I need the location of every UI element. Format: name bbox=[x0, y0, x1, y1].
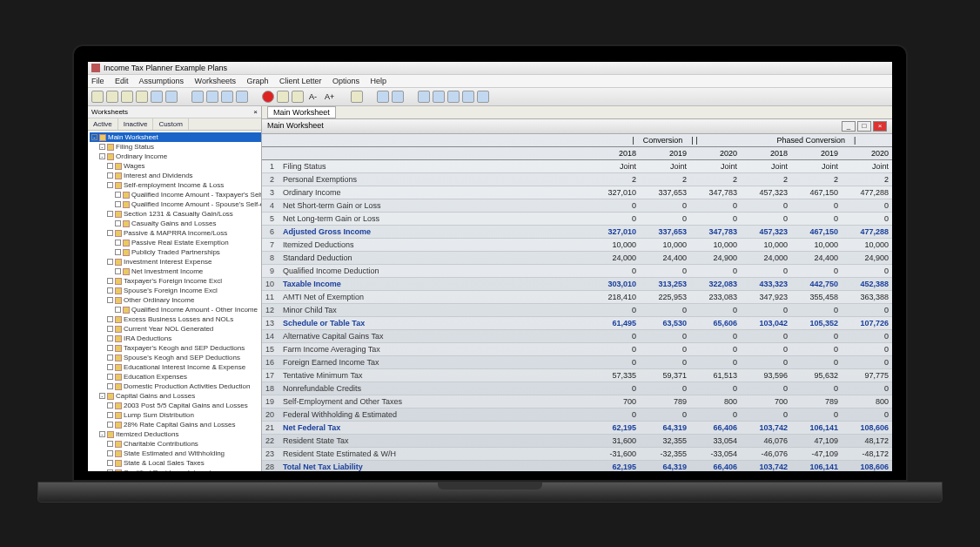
cell-value[interactable]: 0 bbox=[842, 343, 892, 356]
tree-node[interactable]: IRA Deductions bbox=[90, 334, 261, 343]
cell-value[interactable]: 0 bbox=[690, 199, 741, 213]
cell-value[interactable]: 0 bbox=[741, 330, 791, 343]
table-row[interactable]: 19Self-Employment and Other Taxes7007898… bbox=[262, 395, 892, 409]
cell-value[interactable]: 700 bbox=[589, 395, 640, 409]
cell-value[interactable]: 0 bbox=[791, 382, 842, 395]
cell-value[interactable]: 108,606 bbox=[842, 461, 892, 472]
tree-node[interactable]: Net Investment Income bbox=[90, 267, 261, 276]
tree-node[interactable]: Publicly Traded Partnerships bbox=[90, 247, 261, 257]
cell-value[interactable]: 347,783 bbox=[690, 226, 741, 239]
cell-value[interactable]: 63,530 bbox=[640, 317, 690, 330]
cell-value[interactable]: 0 bbox=[741, 199, 791, 213]
cell-value[interactable]: 327,010 bbox=[589, 226, 640, 239]
toolbar-nav-prev-icon[interactable] bbox=[206, 91, 218, 103]
menu-worksheets[interactable]: Worksheets bbox=[195, 77, 236, 85]
table-row[interactable]: 2Personal Exemptions222222 bbox=[262, 173, 892, 186]
cell-value[interactable]: 0 bbox=[589, 213, 640, 226]
cell-value[interactable]: 10,000 bbox=[842, 239, 892, 252]
tree-node[interactable]: Casualty Gains and Losses bbox=[90, 219, 261, 228]
tree-node[interactable]: -Capital Gains and Losses bbox=[90, 391, 261, 401]
toolbar-redo-icon[interactable] bbox=[392, 91, 404, 103]
cell-value[interactable]: 24,900 bbox=[842, 252, 892, 265]
table-row[interactable]: 20Federal Withholding & Estimated000000 bbox=[262, 409, 892, 422]
cell-value[interactable]: 0 bbox=[589, 356, 640, 369]
cell-value[interactable]: 363,388 bbox=[842, 291, 892, 304]
cell-value[interactable]: 0 bbox=[640, 213, 690, 226]
cell-value[interactable]: 347,783 bbox=[690, 186, 741, 199]
cell-value[interactable]: 0 bbox=[741, 304, 791, 317]
toolbar-paste-icon[interactable] bbox=[165, 91, 178, 103]
cell-value[interactable]: 0 bbox=[690, 304, 741, 317]
cell-value[interactable]: 789 bbox=[640, 395, 690, 409]
cell-value[interactable]: 0 bbox=[640, 304, 690, 317]
cell-value[interactable]: 10,000 bbox=[589, 239, 640, 252]
maximize-icon[interactable]: □ bbox=[857, 121, 871, 132]
cell-value[interactable]: 31,600 bbox=[589, 435, 640, 448]
cell-value[interactable]: 0 bbox=[791, 304, 842, 317]
cell-value[interactable]: 225,953 bbox=[640, 291, 690, 304]
cell-value[interactable]: 218,410 bbox=[589, 291, 640, 304]
menu-file[interactable]: File bbox=[91, 77, 104, 85]
cell-value[interactable]: 106,141 bbox=[791, 422, 842, 435]
cell-value[interactable]: 0 bbox=[640, 343, 690, 356]
tab-main-worksheet[interactable]: Main Worksheet bbox=[267, 106, 336, 118]
toolbar-stop-icon[interactable] bbox=[262, 91, 274, 103]
cell-value[interactable]: 477,288 bbox=[842, 226, 892, 239]
cell-value[interactable]: Joint bbox=[640, 160, 690, 173]
tree-node[interactable]: -Filing Status bbox=[90, 142, 261, 152]
cell-value[interactable]: 0 bbox=[640, 409, 690, 422]
tree-node[interactable]: 2003 Post 5/5 Capital Gains and Losses bbox=[90, 401, 261, 410]
menu-graph[interactable]: Graph bbox=[246, 77, 268, 85]
cell-value[interactable]: 10,000 bbox=[640, 239, 690, 252]
tree-node[interactable]: Wages bbox=[90, 161, 261, 171]
cell-value[interactable]: 105,352 bbox=[791, 317, 842, 330]
cell-value[interactable]: 24,900 bbox=[690, 252, 741, 265]
tree-node[interactable]: Other Ordinary Income bbox=[90, 295, 261, 305]
tree-node[interactable]: Educational Interest Income & Expense bbox=[90, 362, 261, 372]
cell-value[interactable]: 0 bbox=[741, 382, 791, 395]
toolbar-lock-icon[interactable] bbox=[292, 91, 304, 103]
cell-value[interactable]: Joint bbox=[842, 160, 892, 173]
cell-value[interactable]: 64,319 bbox=[640, 422, 690, 435]
cell-value[interactable]: 0 bbox=[842, 382, 892, 395]
toolbar-new-icon[interactable] bbox=[91, 91, 104, 103]
cell-value[interactable]: 303,010 bbox=[589, 278, 640, 291]
cell-value[interactable]: -47,109 bbox=[791, 448, 842, 461]
cell-value[interactable]: 107,726 bbox=[842, 317, 892, 330]
cell-value[interactable]: 93,596 bbox=[741, 369, 791, 382]
menu-assumptions[interactable]: Assumptions bbox=[139, 77, 185, 85]
cell-value[interactable]: 2 bbox=[690, 173, 741, 186]
toolbar-print-icon[interactable] bbox=[136, 91, 148, 103]
tree-node[interactable]: -Main Worksheet bbox=[90, 132, 261, 142]
menu-help[interactable]: Help bbox=[371, 77, 387, 85]
cell-value[interactable]: 61,495 bbox=[589, 317, 640, 330]
cell-value[interactable]: 33,054 bbox=[690, 435, 741, 448]
cell-value[interactable]: 789 bbox=[791, 395, 842, 409]
cell-value[interactable]: Joint bbox=[690, 160, 741, 173]
toolbar-save-icon[interactable] bbox=[121, 91, 133, 103]
tree-node[interactable]: Section 1231 & Casualty Gain/Loss bbox=[90, 209, 261, 219]
worksheet-tree[interactable]: -Main Worksheet-Filing Status-Ordinary I… bbox=[88, 131, 261, 471]
tree-node[interactable]: -Itemized Deductions bbox=[90, 429, 261, 439]
cell-value[interactable]: 0 bbox=[640, 356, 690, 369]
cell-value[interactable]: 59,371 bbox=[640, 369, 690, 382]
tree-node[interactable]: Investment Interest Expense bbox=[90, 257, 261, 267]
worksheet-grid[interactable]: | Conversion | |Phased Conversion |20182… bbox=[262, 134, 892, 471]
cell-value[interactable]: 0 bbox=[589, 409, 640, 422]
cell-value[interactable]: 327,010 bbox=[589, 186, 640, 199]
cell-value[interactable]: 24,000 bbox=[589, 252, 640, 265]
cell-value[interactable]: 477,288 bbox=[842, 186, 892, 199]
tree-node[interactable]: Taxpayer's Foreign Income Excl bbox=[90, 276, 261, 286]
cell-value[interactable]: 0 bbox=[741, 356, 791, 369]
tree-node[interactable]: Education Expenses bbox=[90, 372, 261, 382]
tree-node[interactable]: Spouse's Keogh and SEP Deductions bbox=[90, 353, 261, 362]
table-row[interactable]: 13Schedule or Table Tax61,49563,53065,60… bbox=[262, 317, 892, 330]
tab-custom[interactable]: Custom bbox=[153, 118, 189, 130]
cell-value[interactable]: 0 bbox=[791, 213, 842, 226]
cell-value[interactable]: 0 bbox=[842, 265, 892, 278]
table-row[interactable]: 15Farm Income Averaging Tax000000 bbox=[262, 343, 892, 356]
cell-value[interactable]: 0 bbox=[791, 199, 842, 213]
cell-value[interactable]: 0 bbox=[640, 199, 690, 213]
tree-node[interactable]: Qualified Income Amount - Spouse's Self-… bbox=[90, 199, 261, 209]
cell-value[interactable]: 24,400 bbox=[640, 252, 690, 265]
